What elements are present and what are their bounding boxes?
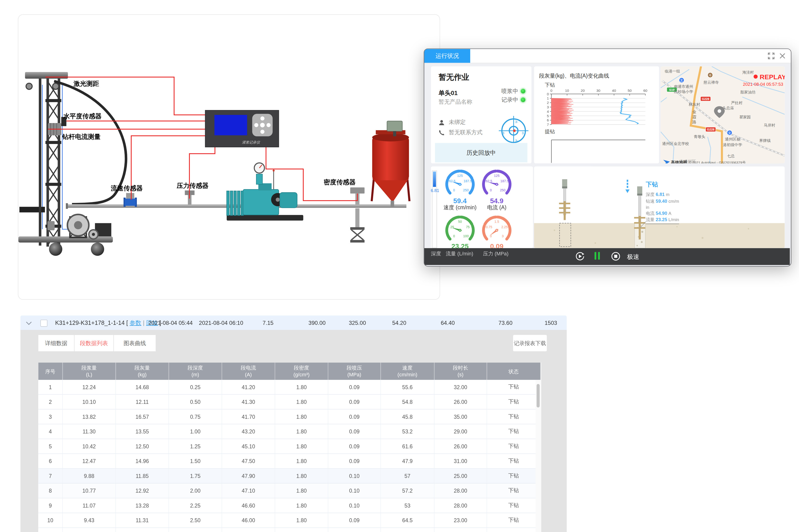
product-name: 暂无产品名称	[439, 98, 472, 106]
label-rod-current: 钻杆电流测量	[62, 133, 100, 140]
table-row[interactable]: 510.4212.501.2545.101.800.0961.626.00下钻	[38, 439, 540, 454]
record-value: 73.60	[498, 316, 512, 330]
tab-chart-curve[interactable]: 图表曲线	[114, 335, 156, 351]
chevron-down-icon[interactable]	[26, 321, 32, 325]
stop-button[interactable]	[611, 252, 620, 261]
table-row[interactable]: 1113.1015.712.7545.601.800.094533.00下钻	[38, 528, 540, 532]
level-indicator: 3- 3 3 3-	[498, 115, 529, 146]
svg-text:50: 50	[628, 89, 632, 93]
record-value: 1503	[545, 316, 557, 330]
record-title: K31+129-K31+178_1-1-14 [ 参数 | 回放 ]	[55, 316, 161, 330]
svg-text:3: 3	[502, 234, 504, 238]
level-tick-right: 3	[522, 131, 524, 135]
svg-text:路: 路	[692, 120, 697, 125]
table-row[interactable]: 112.2414.680.2541.201.800.0955.632.00下钻	[38, 380, 540, 394]
level-tick-top: 3-	[515, 120, 518, 124]
download-report-button[interactable]: 记录报表下载	[513, 335, 547, 351]
label-density: 密度传感器	[324, 178, 356, 186]
panel-footer: 深度 流量 (L/min) 压力 (MPa) 极速	[424, 248, 790, 265]
close-icon[interactable]	[779, 52, 786, 60]
contact-row: 暂无联系方式	[439, 129, 482, 136]
gauges-card: 6.81 062.5125187.5250 062.5125187.5250 0…	[431, 166, 533, 248]
svg-text:40: 40	[612, 89, 616, 93]
map-label: 青墩头	[694, 134, 705, 139]
svg-text:4: 4	[547, 110, 549, 113]
svg-text:0.75: 0.75	[486, 225, 492, 229]
table-row[interactable]: 210.1012.110.5041.301.800.0954.826.00下钻	[38, 395, 540, 410]
label-pressure: 压力传感器	[176, 182, 209, 189]
map-roadname: 金霞路	[692, 110, 697, 125]
svg-text:250: 250	[500, 188, 506, 192]
empty-pull-chart	[551, 140, 645, 163]
table-row[interactable]: 313.8216.570.7541.701.800.0945.835.00下钻	[38, 409, 540, 424]
pause-button[interactable]	[594, 252, 600, 260]
svg-text:7: 7	[547, 122, 549, 127]
equipment-diagram: 灌浆记录仪 激光测距 水平度传感器 钻杆电流测量 流速传感器 压力传感器 密度传…	[18, 15, 440, 299]
svg-text:125: 125	[457, 174, 463, 177]
svg-text:3: 3	[547, 105, 549, 109]
svg-text:0: 0	[453, 188, 455, 192]
record-start-time: 2021-08-04 05:44	[148, 316, 193, 330]
replay-text: REPLAY	[760, 73, 784, 81]
footer-flow-label: 流量 (L/min)	[444, 250, 475, 258]
table-row[interactable]: 612.4714.961.5047.501.800.0947.931.00下钻	[38, 454, 540, 469]
table-row[interactable]: 109.4311.312.5046.001.800.0964.523.00下钻	[38, 513, 540, 528]
record-checkbox[interactable]	[40, 320, 47, 327]
grout-current-chart: 010203040506001234567	[534, 66, 659, 163]
drill-status: 下钻	[646, 180, 658, 189]
svg-text:187.5: 187.5	[464, 179, 472, 183]
svg-text:2: 2	[547, 101, 549, 104]
svg-text:0: 0	[453, 234, 455, 238]
replay-play-button[interactable]	[575, 252, 584, 261]
flow-sensor	[123, 193, 137, 207]
svg-text:2.25: 2.25	[501, 225, 508, 229]
tab-running-status[interactable]: 运行状况	[424, 49, 470, 63]
grout-pump	[227, 163, 303, 221]
tab-segment-list[interactable]: 段数据列表	[75, 335, 113, 351]
operator-row: 未绑定	[439, 118, 465, 126]
ground	[534, 223, 785, 248]
svg-text:G228: G228	[707, 128, 715, 131]
svg-text:0: 0	[550, 89, 552, 93]
equipment-diagram-card: 灌浆记录仪 激光测距 水平度传感器 钻杆电流测量 流速传感器 压力传感器 密度传…	[18, 14, 440, 300]
table-row[interactable]: 810.7712.922.0047.101.800.1057.228.00下钻	[38, 483, 540, 498]
svg-text:10: 10	[565, 89, 569, 93]
svg-text:125: 125	[494, 174, 499, 177]
table-scrollbar[interactable]	[535, 380, 541, 532]
amap-logo-text: 高德地图	[671, 160, 687, 163]
svg-text:0: 0	[547, 92, 549, 96]
expand-icon[interactable]	[767, 52, 775, 60]
table-row[interactable]: 79.8811.851.7547.901.800.105725.00下钻	[38, 468, 540, 483]
table-row[interactable]: 411.3013.551.0043.201.800.0953.229.00下钻	[38, 424, 540, 439]
map-label: 区纱场小学	[674, 90, 693, 94]
svg-text:62.5: 62.5	[486, 179, 492, 183]
depth-bar-value: 6.81	[430, 188, 441, 193]
tab-detail-data[interactable]: 详细数据	[38, 335, 74, 351]
params-link[interactable]: 参数	[130, 320, 141, 326]
record-summary-row[interactable]: K31+129-K31+178_1-1-14 [ 参数 | 回放 ] 2021-…	[20, 316, 567, 330]
down-arrow-icon	[625, 180, 630, 193]
mixing-tank	[372, 121, 410, 207]
footer-pressure-label: 压力 (MPa)	[480, 250, 511, 258]
panel-header: 运行状况	[424, 49, 791, 63]
svg-text:1: 1	[547, 96, 549, 100]
svg-text:寺: 寺	[709, 73, 711, 77]
table-scrollbar-thumb[interactable]	[537, 384, 540, 407]
map-label: 瞿家园	[739, 115, 751, 119]
col-header: 段浆量(L)	[62, 363, 116, 380]
col-header: 段密度(g/cm³)	[275, 363, 328, 380]
map-label: 七总	[727, 154, 735, 158]
col-header: 速度(cm/min)	[381, 363, 434, 380]
drill-flow-row: 流量 23.25 L/min	[646, 217, 679, 224]
col-header: 序号	[38, 363, 62, 380]
record-value: 325.00	[349, 316, 366, 330]
svg-text:霞: 霞	[692, 115, 697, 119]
col-header: 段灰量(kg)	[116, 363, 169, 380]
playback-speed-label[interactable]: 极速	[627, 253, 640, 262]
record-detail-area: 详细数据 段数据列表 图表曲线 记录报表下载 序号段浆量(L)段灰量(kg)段深…	[20, 330, 567, 532]
table-row[interactable]: 911.0713.282.2546.601.800.105328.00下钻	[38, 498, 540, 513]
map[interactable]: 金霞路 G228G228S19 文文寺 临港一组海洼村南通市通州区纱场小学慈云禅…	[661, 66, 784, 163]
replay-time: 2021-08-04 05:57:53	[743, 82, 783, 87]
phone-icon	[439, 129, 444, 135]
depth-bar-fill	[433, 171, 436, 187]
